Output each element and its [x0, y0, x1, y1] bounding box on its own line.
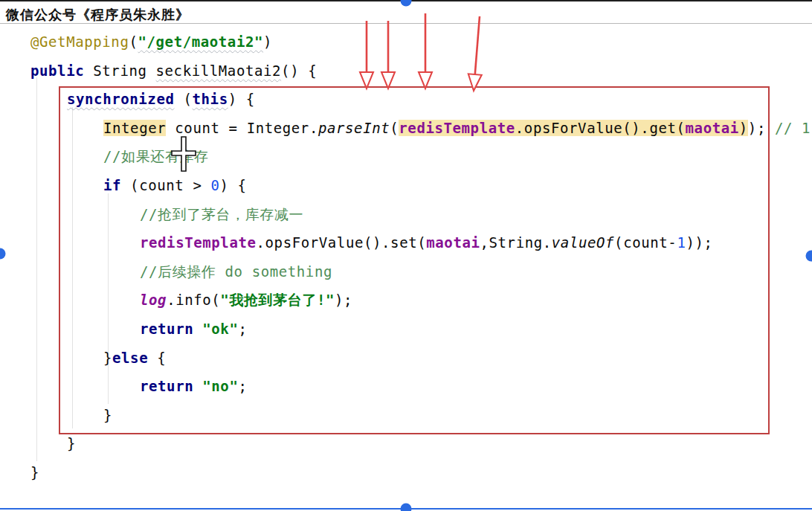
- code-token: public: [30, 62, 84, 79]
- code-line-7: //抢到了茅台，库存减一: [140, 205, 303, 223]
- code-token: (count >: [121, 177, 210, 193]
- code-token: (count-: [614, 234, 677, 251]
- selection-handle-bottom[interactable]: [401, 504, 412, 511]
- code-token: Integer: [103, 120, 166, 136]
- code-token: .info(: [167, 292, 220, 308]
- code-editor[interactable]: @GetMapping("/get/maotai2")public String…: [0, 0, 812, 511]
- code-token: String: [84, 62, 155, 79]
- code-token: "/get/maotai2": [138, 33, 263, 50]
- code-token: ) {: [228, 91, 255, 107]
- code-line-8: redisTemplate.opsForValue().set(maotai,S…: [140, 234, 713, 251]
- code-token: (: [390, 120, 399, 136]
- code-token: if: [103, 177, 121, 193]
- code-token: .opsForValue().set(: [257, 234, 427, 251]
- code-token: return: [140, 378, 202, 394]
- code-token: () {: [281, 62, 317, 79]
- code-token: 0: [210, 177, 219, 193]
- code-line-16: }: [30, 463, 39, 481]
- code-token: ): [739, 120, 748, 136]
- code-token: 1: [677, 234, 686, 251]
- code-line-9: //后续操作 do something: [140, 263, 332, 280]
- code-token: valueOf: [552, 234, 614, 251]
- editor-screenshot: 微信公众号《程序员朱永胜》 @GetMapping("/get/maotai2"…: [0, 0, 812, 511]
- code-line-15: }: [67, 434, 76, 452]
- code-token: parseInt: [318, 120, 390, 136]
- code-token: seckillMaotai2: [156, 62, 282, 79]
- code-token: }: [103, 407, 112, 423]
- code-token: {: [148, 350, 166, 366]
- code-token: redisTemplate: [399, 120, 515, 136]
- code-token: );: [335, 292, 352, 308]
- code-line-11: return "ok";: [140, 320, 247, 338]
- code-token: ));: [686, 234, 712, 251]
- code-token: // 1: [775, 120, 811, 136]
- code-token: ): [263, 33, 272, 50]
- code-line-3: synchronized (this) {: [67, 90, 255, 108]
- code-line-6: if (count > 0) {: [103, 176, 247, 194]
- code-token: else: [112, 350, 148, 366]
- code-token: ;: [238, 378, 247, 394]
- code-token: redisTemplate: [140, 234, 257, 251]
- code-token: @GetMapping: [30, 33, 129, 50]
- selection-handle-right[interactable]: [806, 251, 812, 262]
- code-token: }: [30, 464, 39, 481]
- code-token: synchronized: [67, 91, 174, 107]
- code-token: (: [174, 91, 192, 107]
- code-token: ,String.: [480, 234, 552, 251]
- code-token: "ok": [202, 321, 238, 337]
- code-line-1: @GetMapping("/get/maotai2"): [30, 33, 272, 51]
- code-token: .opsForValue().get(: [515, 120, 686, 136]
- code-token: );: [748, 120, 775, 136]
- code-token: maotai: [426, 234, 480, 251]
- code-token: this: [193, 91, 228, 107]
- code-token: "no": [202, 378, 238, 394]
- code-token: "我抢到茅台了!": [220, 292, 335, 308]
- code-token: //抢到了茅台，库存减一: [140, 206, 303, 222]
- code-token: //后续操作 do something: [140, 263, 332, 280]
- code-line-2: public String seckillMaotai2() {: [30, 62, 317, 80]
- code-line-13: return "no";: [140, 377, 247, 395]
- code-line-4: Integer count = Integer.parseInt(redisTe…: [103, 119, 811, 137]
- code-token: maotai: [686, 120, 739, 136]
- code-token: (: [129, 33, 138, 50]
- code-token: log: [140, 292, 167, 308]
- code-token: ) {: [220, 177, 247, 193]
- code-token: ;: [238, 321, 247, 337]
- code-line-14: }: [103, 406, 112, 424]
- code-token: return: [140, 321, 202, 337]
- code-line-12: }else {: [103, 349, 166, 367]
- code-line-10: log.info("我抢到茅台了!");: [140, 291, 352, 309]
- code-token: }: [103, 350, 112, 366]
- code-token: }: [67, 435, 76, 451]
